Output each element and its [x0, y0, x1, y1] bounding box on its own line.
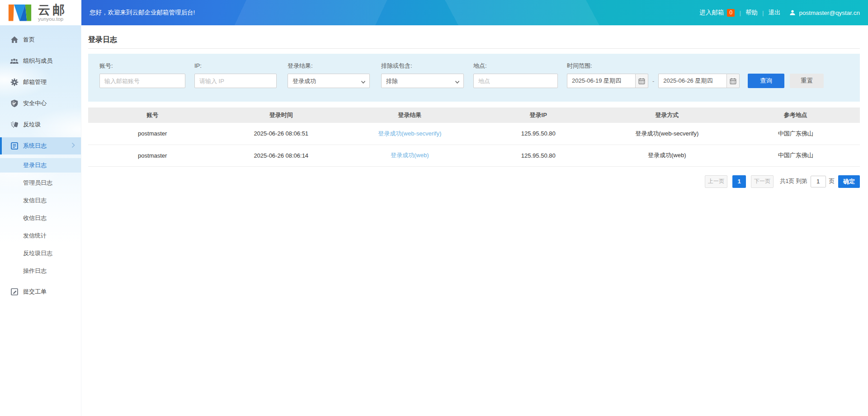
ip-label: IP: [194, 62, 277, 70]
confirm-page-button[interactable]: 确定 [838, 175, 860, 188]
sidebar-item-label: 组织与成员 [23, 57, 52, 65]
account-label: 账号: [99, 62, 185, 70]
sidebar-subitem-login-log[interactable]: 登录日志 [0, 158, 81, 173]
brand-domain: yunyou.top [38, 16, 67, 22]
sidebar-item-system-logs[interactable]: 系统日志 [0, 137, 81, 154]
user-email[interactable]: postmaster@qystar.cn [799, 9, 860, 16]
cell-login-result-link[interactable]: 登录成功(web) [345, 145, 474, 166]
sidebar-item-org-members[interactable]: 组织与成员 [0, 52, 81, 70]
end-date-input[interactable] [658, 74, 726, 88]
sidebar-subitem-receive-log[interactable]: 收信日志 [0, 211, 81, 225]
cell-login-method: 登录成功(web) [603, 145, 731, 166]
col-header-login-result: 登录结果 [345, 108, 474, 123]
chevron-right-icon [71, 142, 75, 150]
page-title: 登录日志 [88, 35, 860, 44]
sidebar-item-label: 安全中心 [23, 99, 47, 108]
separator: | [762, 9, 764, 16]
table-row: postmaster 2025-06-26 08:06:51 登录成功(web-… [88, 123, 860, 145]
cell-account: postmaster [88, 145, 217, 166]
page-number-button[interactable]: 1 [732, 175, 746, 188]
login-log-table: 账号 登录时间 登录结果 登录IP 登录方式 参考地点 postmaster 2… [88, 108, 860, 167]
title-divider [88, 48, 860, 49]
goto-page-input[interactable] [811, 176, 826, 187]
table-row: postmaster 2025-06-26 08:06:14 登录成功(web)… [88, 145, 860, 166]
cell-location: 中国广东佛山 [731, 123, 860, 145]
topbar: 您好，欢迎来到云邮企业邮箱管理后台! 进入邮箱 0 | 帮助 | 退出 post… [0, 0, 868, 25]
login-result-select[interactable]: 登录成功 [288, 74, 370, 88]
login-result-label: 登录结果: [288, 62, 370, 70]
cell-login-method: 登录成功(web-secverify) [603, 123, 731, 145]
sidebar-item-mailbox-admin[interactable]: 邮箱管理 [0, 74, 81, 91]
cell-login-time: 2025-06-26 08:06:14 [217, 145, 346, 166]
exclude-include-label: 排除或包含: [381, 62, 464, 70]
home-icon [10, 35, 19, 44]
mail-count-badge: 0 [727, 9, 735, 17]
sidebar-subitem-admin-log[interactable]: 管理员日志 [0, 176, 81, 190]
sidebar: 首页 组织与成员 [0, 25, 81, 416]
col-header-account: 账号 [88, 108, 217, 123]
separator: | [739, 9, 741, 16]
end-date-calendar-button[interactable] [726, 74, 740, 88]
sidebar-item-home[interactable]: 首页 [0, 31, 81, 48]
welcome-text: 您好，欢迎来到云邮企业邮箱管理后台! [90, 0, 195, 25]
sidebar-subitem-send-log[interactable]: 发信日志 [0, 193, 81, 208]
exclude-include-select[interactable]: 排除 [381, 74, 464, 88]
location-label: 地点: [473, 62, 558, 70]
brand-name: 云邮 [38, 4, 67, 16]
gear-icon [10, 78, 19, 86]
total-pages-text: 共1页 到第 [780, 178, 807, 185]
sidebar-subitem-operation-log[interactable]: 操作日志 [0, 264, 81, 278]
sidebar-item-security-center[interactable]: 安全中心 [0, 95, 81, 112]
users-icon [10, 56, 19, 65]
prev-page-button[interactable]: 上一页 [705, 175, 727, 188]
topbar-right: 进入邮箱 0 | 帮助 | 退出 postmaster@qystar.cn [699, 0, 860, 25]
enter-mailbox-link[interactable]: 进入邮箱 [699, 9, 724, 17]
cell-login-result-link[interactable]: 登录成功(web-secverify) [345, 123, 474, 145]
calendar-icon [638, 78, 645, 84]
cell-login-ip: 125.95.50.80 [474, 123, 603, 145]
sidebar-item-label: 首页 [23, 36, 35, 44]
cell-login-time: 2025-06-26 08:06:51 [217, 123, 346, 145]
logout-link[interactable]: 退出 [768, 9, 780, 17]
start-date-input[interactable] [567, 74, 635, 88]
calendar-icon [730, 78, 736, 84]
location-input[interactable] [473, 74, 558, 88]
sidebar-item-label: 反垃圾 [23, 121, 41, 129]
time-range-label: 时间范围: [567, 62, 824, 70]
col-header-location: 参考地点 [731, 108, 860, 123]
col-header-login-ip: 登录IP [474, 108, 603, 123]
sidebar-item-label: 邮箱管理 [23, 78, 47, 86]
page-unit-text: 页 [829, 178, 835, 185]
ticket-icon [10, 288, 19, 296]
main-content: 登录日志 账号: IP: 登录结果: 登录成功 排除或包含: [81, 25, 868, 416]
user-icon [789, 9, 796, 16]
logo: 云邮 yunyou.top [0, 0, 81, 25]
filter-panel: 账号: IP: 登录结果: 登录成功 排除或包含: 排除 [88, 54, 860, 102]
pagination: 上一页 1 下一页 共1页 到第 页 确定 [88, 175, 860, 188]
system-log-submenu: 登录日志 管理员日志 发信日志 收信日志 发信统计 反垃圾日志 操作日志 [0, 156, 81, 280]
account-input[interactable] [99, 74, 185, 88]
sidebar-item-label: 提交工单 [23, 288, 47, 296]
ip-input[interactable] [194, 74, 277, 88]
sidebar-item-antispam[interactable]: 反垃圾 [0, 116, 81, 133]
cell-login-ip: 125.95.50.80 [474, 145, 603, 166]
search-button[interactable]: 查询 [748, 74, 784, 88]
date-range-dash: - [652, 78, 654, 84]
antispam-icon [10, 120, 19, 129]
shield-icon [10, 99, 19, 108]
reset-button[interactable]: 重置 [790, 74, 824, 88]
brand-logo-icon [8, 3, 32, 23]
log-icon [10, 141, 19, 150]
table-header-row: 账号 登录时间 登录结果 登录IP 登录方式 参考地点 [88, 108, 860, 123]
cell-location: 中国广东佛山 [731, 145, 860, 166]
next-page-button[interactable]: 下一页 [751, 175, 774, 188]
start-date-calendar-button[interactable] [635, 74, 648, 88]
help-link[interactable]: 帮助 [745, 9, 758, 17]
sidebar-subitem-antispam-log[interactable]: 反垃圾日志 [0, 246, 81, 261]
col-header-login-time: 登录时间 [217, 108, 346, 123]
cell-account: postmaster [88, 123, 217, 145]
sidebar-item-label: 系统日志 [23, 142, 47, 150]
col-header-login-method: 登录方式 [603, 108, 731, 123]
sidebar-item-submit-ticket[interactable]: 提交工单 [0, 283, 81, 300]
sidebar-subitem-send-stats[interactable]: 发信统计 [0, 229, 81, 243]
